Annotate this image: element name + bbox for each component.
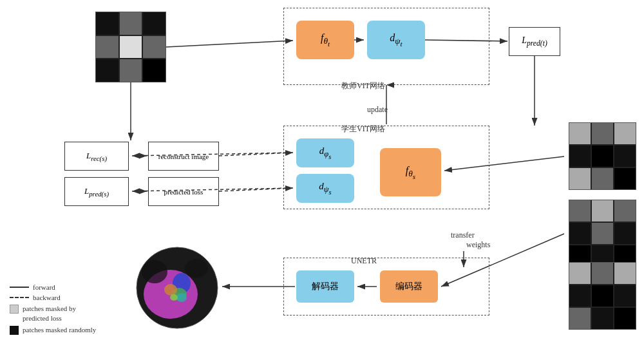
- svg-point-6: [176, 293, 187, 302]
- encoder-label: 编码器: [395, 281, 422, 292]
- decoder-box: 解码器: [296, 270, 354, 303]
- student-network-label: 学生VIT网络: [341, 124, 385, 135]
- d-psi-s-box: dψs: [296, 174, 354, 203]
- reconstruct-label: reconstruct image: [158, 153, 209, 160]
- svg-line-21: [219, 188, 293, 191]
- f-theta-s-box: fθs: [380, 148, 441, 196]
- teacher-network-label: 教师VIT网络: [341, 80, 385, 91]
- l-rec-s-box: Lrec(s): [64, 142, 129, 171]
- d-phi-s-label: dφs: [319, 146, 331, 160]
- legend: forward backward patches masked by predi…: [10, 283, 100, 337]
- f-theta-s-label: fθs: [406, 165, 415, 180]
- l-pred-t-label: Lpred(t): [522, 35, 547, 48]
- l-rec-s-label: Lrec(s): [86, 151, 107, 162]
- ct-scan-right-bottom: [569, 200, 636, 267]
- decoder-label: 解码器: [312, 281, 339, 292]
- predicted-loss-box: predicted loss: [148, 177, 219, 206]
- svg-point-5: [164, 284, 177, 296]
- l-pred-s-label: Lpred(s): [84, 186, 109, 198]
- d-phi-s-box: dφs: [296, 138, 354, 167]
- backward-line-icon: [10, 297, 29, 298]
- legend-patches-dark: patches masked randomly: [10, 325, 100, 335]
- ct-scan-top: [95, 12, 166, 82]
- dark-patch-icon: [10, 326, 19, 335]
- transfer-weights-label: transfer: [451, 231, 475, 240]
- patches-dark-label: patches masked randomly: [23, 325, 96, 334]
- ct-scan-bottom-right: [569, 262, 636, 330]
- d-psi-t-label: dψt: [390, 32, 402, 48]
- l-pred-t-box: Lpred(t): [509, 27, 560, 56]
- svg-point-9: [185, 259, 208, 278]
- legend-backward: backward: [10, 294, 100, 301]
- svg-point-7: [170, 294, 178, 301]
- unetr-label: UNETR: [351, 256, 377, 266]
- light-patch-icon: [10, 305, 19, 314]
- svg-point-8: [142, 260, 167, 283]
- segmented-image: [135, 246, 219, 330]
- reconstruct-image-box: reconstruct image: [148, 142, 219, 171]
- svg-line-20: [219, 153, 293, 156]
- encoder-box: 编码器: [380, 270, 438, 303]
- d-psi-t-box: dψt: [367, 21, 425, 59]
- predicted-loss-label: predicted loss: [164, 188, 204, 196]
- backward-label: backward: [33, 294, 61, 301]
- forward-label: forward: [33, 283, 55, 291]
- d-psi-s-label: dψs: [319, 181, 331, 196]
- f-theta-t-label: fθt: [321, 32, 330, 48]
- l-pred-s-box: Lpred(s): [64, 177, 129, 206]
- diagram: 教师VIT网络 fθt dψt Lpred(t) update 学生VIT网络 …: [0, 0, 644, 349]
- legend-patches-light: patches masked by predicted loss: [10, 304, 100, 323]
- forward-line-icon: [10, 287, 29, 288]
- ct-scan-right-top: [569, 122, 636, 190]
- legend-forward: forward: [10, 283, 100, 291]
- f-theta-t-box: fθt: [296, 21, 354, 59]
- patches-light-label: patches masked by predicted loss: [23, 304, 100, 323]
- svg-line-13: [166, 41, 293, 47]
- update-label: update: [367, 105, 388, 115]
- weights-label: weights: [466, 240, 490, 250]
